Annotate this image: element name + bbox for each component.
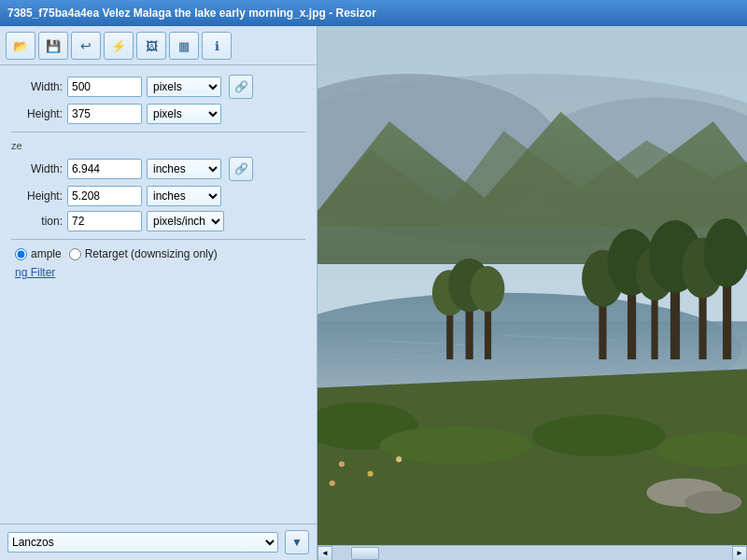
scroll-right-arrow[interactable]: ► — [732, 546, 747, 561]
grid-button[interactable] — [169, 32, 199, 60]
width-pixel-label: Width: — [11, 80, 63, 93]
width-pixel-unit-select[interactable]: pixels percent inches cm — [147, 77, 221, 97]
print-link-icon: 🔗 — [234, 162, 248, 175]
divider-2 — [11, 239, 305, 240]
svg-point-35 — [368, 470, 374, 476]
height-pixel-input[interactable] — [67, 104, 142, 124]
resolution-label: tion: — [11, 215, 63, 228]
height-print-group: Height: inches cm — [11, 186, 305, 206]
filter-row: ng Filter — [11, 266, 305, 279]
width-print-unit-select[interactable]: inches cm — [147, 159, 221, 179]
retarget-radio[interactable] — [69, 248, 81, 260]
print-section-label: ze — [11, 140, 305, 151]
height-print-input[interactable] — [67, 186, 142, 206]
grid-icon — [178, 38, 190, 53]
title-text: 7385_f75ba4a4ea Velez Malaga the lake ea… — [7, 7, 376, 20]
filter-dropdown[interactable]: Lanczos Bilinear Bicubic Nearest — [7, 532, 278, 553]
info-icon — [215, 38, 219, 53]
open-button[interactable] — [6, 32, 35, 60]
lightning-button[interactable] — [104, 32, 134, 60]
width-print-group: Width: inches cm 🔗 — [11, 157, 305, 181]
height-print-unit-select[interactable]: inches cm — [147, 186, 221, 206]
svg-point-31 — [380, 426, 532, 464]
undo-button[interactable] — [71, 32, 101, 60]
pixel-link-button[interactable]: 🔗 — [229, 75, 253, 99]
width-print-input[interactable] — [67, 159, 142, 179]
resolution-unit-select[interactable]: pixels/inch pixels/cm — [147, 211, 224, 231]
undo-icon — [80, 38, 92, 53]
main-container: Width: pixels percent inches cm 🔗 Height… — [0, 26, 747, 560]
resolution-group: tion: pixels/inch pixels/cm — [11, 211, 305, 231]
filter-link[interactable]: ng Filter — [15, 266, 55, 279]
scroll-left-arrow[interactable]: ◄ — [317, 546, 332, 561]
horizontal-scrollbar[interactable]: ◄ ► — [317, 545, 747, 560]
print-section: ze Width: inches cm 🔗 Height: — [11, 140, 305, 231]
left-panel: Width: pixels percent inches cm 🔗 Height… — [0, 26, 317, 560]
resample-radio[interactable] — [15, 248, 27, 260]
info-button[interactable] — [202, 32, 232, 60]
width-pixel-input[interactable] — [67, 77, 142, 97]
dropdown-arrow-button[interactable]: ▼ — [285, 530, 309, 554]
options-row: ample Retarget (downsizing only) — [11, 247, 305, 260]
right-panel: ◄ ► — [317, 26, 747, 560]
svg-point-32 — [532, 414, 666, 456]
image-container — [317, 26, 747, 545]
landscape-scene — [317, 26, 747, 545]
resample-label[interactable]: ample — [15, 247, 62, 260]
height-pixel-label: Height: — [11, 107, 63, 120]
print-link-button[interactable]: 🔗 — [229, 157, 253, 181]
svg-point-29 — [471, 266, 505, 312]
height-pixel-group: Height: pixels percent inches cm — [11, 104, 305, 124]
open-icon — [13, 38, 28, 53]
scroll-track[interactable] — [332, 547, 732, 560]
height-pixel-unit-select[interactable]: pixels percent inches cm — [147, 104, 221, 124]
svg-point-39 — [684, 491, 741, 513]
retarget-label[interactable]: Retarget (downsizing only) — [69, 247, 218, 260]
divider-1 — [11, 132, 305, 133]
bottom-row: Lanczos Bilinear Bicubic Nearest ▼ — [0, 524, 317, 560]
image-button[interactable] — [136, 32, 166, 60]
save-button[interactable] — [38, 32, 68, 60]
width-pixel-group: Width: pixels percent inches cm 🔗 — [11, 75, 305, 99]
form-area: Width: pixels percent inches cm 🔗 Height… — [0, 65, 317, 524]
resolution-input[interactable] — [67, 211, 142, 231]
toolbar — [0, 26, 317, 65]
svg-point-34 — [339, 461, 345, 467]
save-icon — [46, 38, 61, 53]
svg-point-36 — [396, 456, 402, 462]
height-print-label: Height: — [11, 189, 63, 203]
image-icon — [146, 38, 158, 53]
lightning-icon — [111, 38, 126, 53]
width-print-label: Width: — [11, 162, 63, 175]
pixel-section: Width: pixels percent inches cm 🔗 Height… — [11, 75, 305, 124]
title-bar: 7385_f75ba4a4ea Velez Malaga the lake ea… — [0, 0, 747, 26]
scroll-thumb[interactable] — [351, 547, 379, 560]
svg-point-37 — [330, 481, 335, 486]
link-icon: 🔗 — [234, 80, 248, 93]
